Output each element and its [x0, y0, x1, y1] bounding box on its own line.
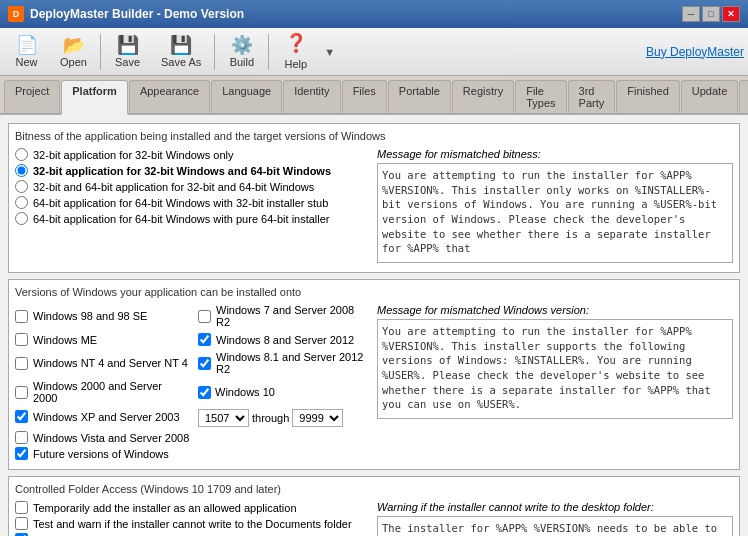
cfa-message-panel: Warning if the installer cannot write to… — [377, 501, 733, 536]
save-icon: 💾 — [117, 36, 139, 54]
title-bar: D DeployMaster Builder - Demo Version ─ … — [0, 0, 748, 28]
open-icon: 📂 — [63, 36, 85, 54]
cfa-options: Temporarily add the installer as an allo… — [15, 501, 371, 536]
win8-row: Windows 8 and Server 2012 — [198, 333, 371, 346]
build-icon: ⚙️ — [231, 36, 253, 54]
versions-section: Versions of Windows your application can… — [8, 279, 740, 470]
bitness-radio-3[interactable] — [15, 180, 28, 193]
buy-link[interactable]: Buy DeployMaster — [646, 45, 744, 59]
toolbar: 📄 New 📂 Open 💾 Save 💾 Save As ⚙️ Build ❓… — [0, 28, 748, 76]
versions-message-panel: Message for mismatched Windows version: … — [377, 304, 733, 463]
bitness-radio-4[interactable] — [15, 196, 28, 209]
cfa-msg-text[interactable]: The installer for %APP% %VERSION% needs … — [377, 516, 733, 536]
window-controls: ─ □ ✕ — [682, 6, 740, 22]
toolbar-separator-2 — [214, 34, 215, 70]
win10-version-row: 1507 1511 1607 1703 1709 through 9999 — [198, 409, 371, 427]
close-button[interactable]: ✕ — [722, 6, 740, 22]
win2000-row: Windows 2000 and Server 2000 — [15, 380, 188, 404]
toolbar-separator-1 — [100, 34, 101, 70]
windows-checkboxes: Windows 98 and 98 SE Windows 7 and Serve… — [15, 304, 371, 427]
cfa-title: Controlled Folder Access (Windows 10 170… — [15, 483, 733, 495]
new-button[interactable]: 📄 New — [4, 32, 49, 72]
window-title: DeployMaster Builder - Demo Version — [30, 7, 682, 21]
bitness-two-col: 32-bit application for 32-bit Windows on… — [15, 148, 733, 266]
win98-row: Windows 98 and 98 SE — [15, 304, 188, 328]
bitness-section: Bitness of the application being install… — [8, 123, 740, 273]
versions-title: Versions of Windows your application can… — [15, 286, 733, 298]
tab-portable[interactable]: Portable — [388, 80, 451, 113]
bitness-option-2: 32-bit application for 32-bit Windows an… — [15, 164, 371, 177]
cfa-msg-label: Warning if the installer cannot write to… — [377, 501, 733, 513]
new-icon: 📄 — [16, 36, 38, 54]
tab-identity[interactable]: Identity — [283, 80, 340, 113]
tab-update[interactable]: Update — [681, 80, 738, 113]
winvista-row: Windows Vista and Server 2008 — [15, 431, 371, 444]
help-icon: ❓ — [285, 34, 307, 52]
win7-check[interactable] — [198, 310, 211, 323]
cfa-check-2: Test and warn if the installer cannot wr… — [15, 517, 371, 530]
maximize-button[interactable]: □ — [702, 6, 720, 22]
cfa-checkbox-1[interactable] — [15, 501, 28, 514]
cfa-check-1: Temporarily add the installer as an allo… — [15, 501, 371, 514]
platform-content: Bitness of the application being install… — [0, 115, 748, 536]
win10-from-select[interactable]: 1507 1511 1607 1703 1709 — [198, 409, 249, 427]
bitness-msg-label: Message for mismatched bitness: — [377, 148, 733, 160]
winme-check[interactable] — [15, 333, 28, 346]
win81-row: Windows 8.1 and Server 2012 R2 — [198, 351, 371, 375]
save-as-button[interactable]: 💾 Save As — [152, 32, 210, 72]
bitness-radio-1[interactable] — [15, 148, 28, 161]
save-as-icon: 💾 — [170, 36, 192, 54]
bitness-title: Bitness of the application being install… — [15, 130, 733, 142]
bitness-option-3: 32-bit and 64-bit application for 32-bit… — [15, 180, 371, 193]
bitness-option-5: 64-bit application for 64-bit Windows wi… — [15, 212, 371, 225]
win81-check[interactable] — [198, 357, 211, 370]
winvista-check[interactable] — [15, 431, 28, 444]
winxp-check[interactable] — [15, 410, 28, 423]
win10-to-select[interactable]: 9999 — [292, 409, 343, 427]
build-button[interactable]: ⚙️ Build — [219, 32, 264, 72]
bitness-option-4: 64-bit application for 64-bit Windows wi… — [15, 196, 371, 209]
versions-msg-text[interactable]: You are attempting to run the installer … — [377, 319, 733, 419]
tab-bar: Project Platform Appearance Language Ide… — [0, 76, 748, 115]
bitness-radio-2[interactable] — [15, 164, 28, 177]
win98-check[interactable] — [15, 310, 28, 323]
help-button[interactable]: ❓ Help — [273, 32, 318, 72]
open-button[interactable]: 📂 Open — [51, 32, 96, 72]
bitness-radio-5[interactable] — [15, 212, 28, 225]
toolbar-separator-3 — [268, 34, 269, 70]
cfa-section: Controlled Folder Access (Windows 10 170… — [8, 476, 740, 536]
win10-check[interactable] — [198, 386, 211, 399]
tab-filetypes[interactable]: File Types — [515, 80, 566, 113]
tab-files[interactable]: Files — [342, 80, 387, 113]
future-check[interactable] — [15, 447, 28, 460]
versions-msg-label: Message for mismatched Windows version: — [377, 304, 733, 316]
tab-project[interactable]: Project — [4, 80, 60, 113]
minimize-button[interactable]: ─ — [682, 6, 700, 22]
tab-platform[interactable]: Platform — [61, 80, 128, 115]
win2000-check[interactable] — [15, 386, 28, 399]
app-icon: D — [8, 6, 24, 22]
tab-finished[interactable]: Finished — [616, 80, 680, 113]
bitness-message-panel: Message for mismatched bitness: You are … — [377, 148, 733, 266]
tab-language[interactable]: Language — [211, 80, 282, 113]
winme-row: Windows ME — [15, 333, 188, 346]
tab-appearance[interactable]: Appearance — [129, 80, 210, 113]
bitness-msg-text[interactable]: You are attempting to run the installer … — [377, 163, 733, 263]
help-dropdown-icon[interactable]: ▼ — [324, 46, 335, 58]
tab-media[interactable]: Media — [739, 80, 748, 113]
winxp-row: Windows XP and Server 2003 — [15, 409, 188, 424]
bitness-options: 32-bit application for 32-bit Windows on… — [15, 148, 371, 266]
cfa-checkbox-2[interactable] — [15, 517, 28, 530]
versions-left: Windows 98 and 98 SE Windows 7 and Serve… — [15, 304, 371, 463]
tab-3rdparty[interactable]: 3rd Party — [568, 80, 616, 113]
versions-two-col: Windows 98 and 98 SE Windows 7 and Serve… — [15, 304, 733, 463]
win10-row: Windows 10 — [198, 380, 371, 404]
bitness-option-1: 32-bit application for 32-bit Windows on… — [15, 148, 371, 161]
win8-check[interactable] — [198, 333, 211, 346]
tab-registry[interactable]: Registry — [452, 80, 514, 113]
future-row: Future versions of Windows — [15, 447, 371, 460]
save-button[interactable]: 💾 Save — [105, 32, 150, 72]
winnt4-check[interactable] — [15, 357, 28, 370]
cfa-two-col: Temporarily add the installer as an allo… — [15, 501, 733, 536]
winnt4-row: Windows NT 4 and Server NT 4 — [15, 351, 188, 375]
